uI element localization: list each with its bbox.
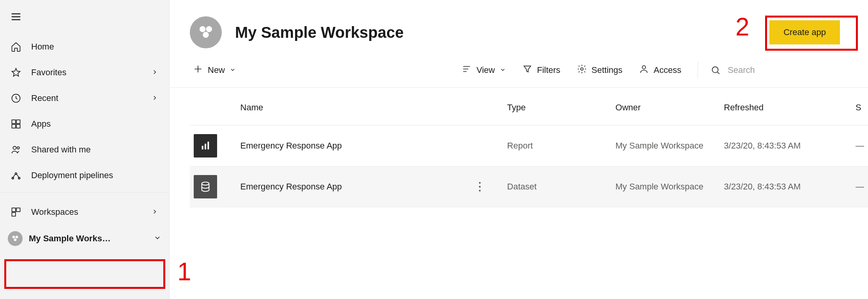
chevron-right-icon: [151, 69, 159, 76]
workspace-header: My Sample Workspace Create app: [170, 0, 868, 52]
sidebar-item-label: Workspaces: [31, 207, 142, 217]
svg-point-25: [202, 182, 209, 185]
apps-icon: [10, 118, 22, 130]
create-app-button[interactable]: Create app: [769, 20, 840, 44]
view-icon: [461, 64, 472, 76]
pipeline-icon: [10, 170, 22, 181]
workspace-avatar-icon: [8, 231, 23, 246]
toolbar-divider: [698, 62, 698, 79]
current-workspace-selector[interactable]: My Sample Works…: [0, 225, 169, 252]
main-content: My Sample Workspace Create app New View …: [170, 0, 868, 299]
sidebar-item-deployment-pipelines[interactable]: Deployment pipelines: [0, 163, 169, 188]
search-box[interactable]: [707, 65, 848, 75]
svg-point-14: [16, 236, 18, 238]
item-extra: —: [852, 126, 868, 166]
sidebar-item-home[interactable]: Home: [0, 34, 169, 60]
svg-rect-11: [16, 208, 20, 212]
svg-point-21: [712, 67, 718, 73]
svg-rect-10: [12, 208, 16, 212]
sidebar-item-label: Deployment pipelines: [31, 170, 159, 180]
svg-point-15: [14, 239, 16, 241]
sidebar-item-label: Favorites: [31, 67, 142, 78]
new-label: New: [208, 65, 225, 75]
annotation-label-1: 1: [177, 257, 191, 286]
item-name: Emergency Response App: [237, 166, 468, 207]
person-icon: [639, 64, 649, 76]
item-extra: —: [852, 166, 868, 207]
column-header-extra[interactable]: S: [852, 88, 868, 126]
svg-point-27: [479, 186, 481, 188]
sidebar-item-workspaces[interactable]: Workspaces: [0, 199, 169, 225]
column-header-refreshed[interactable]: Refreshed: [720, 88, 852, 126]
search-icon: [711, 65, 721, 75]
table-row[interactable]: Emergency Response AppDatasetMy Sample W…: [190, 166, 868, 207]
sidebar-item-apps[interactable]: Apps: [0, 111, 169, 137]
workspaces-icon: [10, 206, 22, 218]
sidebar: HomeFavoritesRecentAppsShared with meDep…: [0, 0, 170, 299]
current-workspace-label: My Sample Works…: [29, 234, 147, 244]
sidebar-item-recent[interactable]: Recent: [0, 85, 169, 111]
dataset-item-icon: [194, 175, 217, 198]
sidebar-item-shared-with-me[interactable]: Shared with me: [0, 137, 169, 163]
column-header-name[interactable]: Name: [237, 88, 468, 126]
search-input[interactable]: [728, 65, 845, 75]
svg-rect-24: [207, 142, 209, 149]
sidebar-item-label: Apps: [31, 119, 159, 129]
item-owner: My Sample Workspace: [612, 166, 720, 207]
svg-rect-23: [205, 144, 206, 150]
filters-label: Filters: [537, 65, 560, 75]
svg-rect-1: [12, 120, 16, 124]
svg-point-26: [479, 182, 481, 184]
gear-icon: [577, 64, 587, 76]
chevron-down-icon: [500, 65, 506, 75]
svg-point-6: [17, 147, 19, 149]
svg-point-16: [200, 27, 205, 32]
view-label: View: [476, 65, 495, 75]
view-button[interactable]: View: [454, 60, 513, 80]
workspace-avatar-large-icon: [190, 16, 222, 48]
annotation-label-2: 2: [735, 12, 750, 41]
svg-rect-22: [202, 146, 203, 149]
star-icon: [10, 67, 22, 78]
chevron-right-icon: [151, 208, 159, 216]
content-table: Name Type Owner Refreshed S Emergency Re…: [190, 88, 868, 207]
svg-rect-12: [12, 212, 16, 216]
sidebar-item-label: Shared with me: [31, 145, 159, 155]
svg-point-28: [479, 190, 481, 191]
item-owner: My Sample Workspace: [612, 126, 720, 166]
hamburger-button[interactable]: [0, 0, 169, 34]
filters-button[interactable]: Filters: [515, 60, 567, 80]
hamburger-icon: [10, 11, 22, 23]
chevron-down-icon: [230, 65, 236, 75]
table-row[interactable]: Emergency Response AppReportMy Sample Wo…: [190, 126, 868, 166]
column-header-owner[interactable]: Owner: [612, 88, 720, 126]
column-header-type[interactable]: Type: [503, 88, 612, 126]
svg-point-13: [12, 236, 15, 238]
nav-list: HomeFavoritesRecentAppsShared with meDep…: [0, 34, 169, 188]
sidebar-item-label: Home: [31, 42, 159, 52]
report-item-icon: [194, 134, 217, 157]
more-options-button[interactable]: [472, 179, 488, 195]
access-button[interactable]: Access: [632, 60, 688, 80]
access-label: Access: [654, 65, 681, 75]
new-button[interactable]: New: [186, 60, 243, 80]
chevron-down-icon: [154, 234, 161, 244]
toolbar: New View Filters Settings Access: [170, 52, 868, 88]
svg-rect-2: [16, 120, 20, 124]
item-type: Report: [503, 126, 612, 166]
svg-rect-4: [16, 124, 20, 128]
item-refreshed: 3/23/20, 8:43:53 AM: [720, 166, 852, 207]
table-header-row: Name Type Owner Refreshed S: [190, 88, 868, 126]
home-icon: [10, 41, 22, 53]
chevron-right-icon: [151, 94, 159, 102]
settings-button[interactable]: Settings: [570, 60, 630, 80]
shared-icon: [10, 144, 22, 156]
sidebar-item-favorites[interactable]: Favorites: [0, 60, 169, 85]
item-refreshed: 3/23/20, 8:43:53 AM: [720, 126, 852, 166]
sidebar-item-label: Recent: [31, 93, 142, 103]
svg-point-8: [18, 177, 20, 179]
filter-icon: [522, 64, 532, 76]
svg-point-17: [207, 27, 212, 32]
svg-point-20: [642, 65, 646, 69]
svg-rect-3: [12, 124, 16, 128]
